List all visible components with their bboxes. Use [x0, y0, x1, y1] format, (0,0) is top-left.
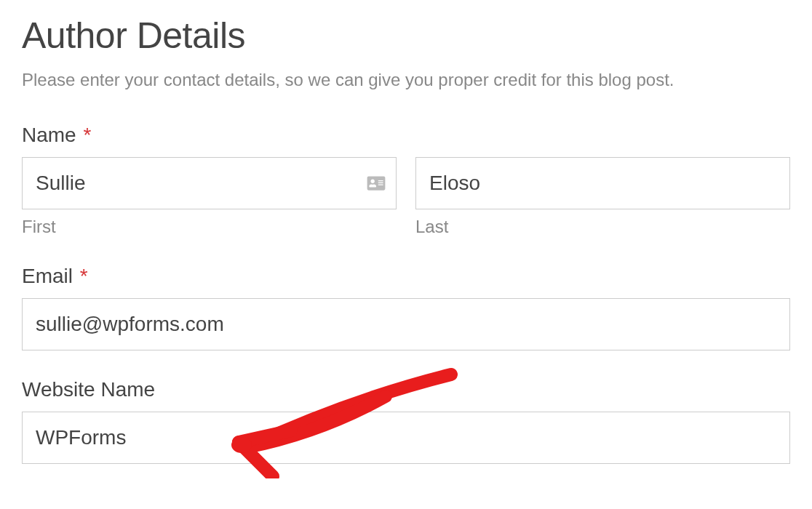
- name-label-text: Name: [22, 124, 76, 146]
- form-heading: Author Details: [22, 15, 790, 57]
- name-label: Name *: [22, 124, 790, 147]
- first-name-sublabel: First: [22, 217, 397, 237]
- required-mark: *: [80, 265, 88, 287]
- website-label: Website Name: [22, 378, 790, 401]
- first-name-input[interactable]: [22, 157, 397, 209]
- name-row: First Last: [22, 157, 790, 237]
- email-label-text: Email: [22, 265, 73, 287]
- last-name-input[interactable]: [415, 157, 790, 209]
- last-name-sublabel: Last: [415, 217, 790, 237]
- first-name-input-wrap: [22, 157, 397, 209]
- first-name-column: First: [22, 157, 397, 237]
- last-name-column: Last: [415, 157, 790, 237]
- email-field-group: Email *: [22, 265, 790, 350]
- email-input[interactable]: [22, 298, 790, 350]
- required-mark: *: [83, 124, 91, 146]
- email-label: Email *: [22, 265, 790, 288]
- website-field-group: Website Name: [22, 378, 790, 464]
- name-field-group: Name * First Last: [22, 124, 790, 237]
- website-input[interactable]: [22, 412, 790, 464]
- form-description: Please enter your contact details, so we…: [22, 70, 790, 90]
